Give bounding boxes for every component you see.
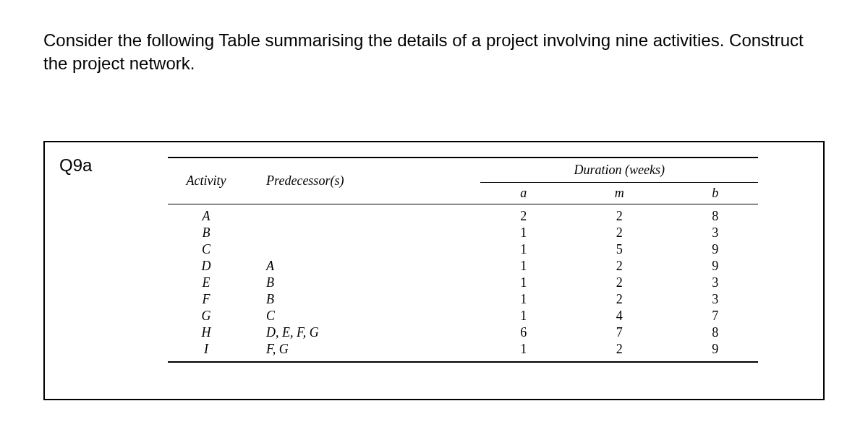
table-row: HD, E, F, G678 (168, 324, 758, 341)
table-row: GC147 (168, 308, 758, 324)
cell-a: 1 (480, 308, 566, 324)
cell-m: 2 (566, 225, 672, 241)
intro-text: Consider the following Table summarising… (43, 29, 825, 76)
table-row: DA129 (168, 258, 758, 275)
cell-b: 7 (672, 308, 758, 324)
cell-activity: H (168, 324, 244, 341)
cell-b: 9 (672, 341, 758, 362)
table-row: IF, G129 (168, 341, 758, 362)
cell-activity: E (168, 275, 244, 291)
cell-b: 8 (672, 204, 758, 225)
col-a: a (480, 182, 566, 204)
cell-a: 2 (480, 204, 566, 225)
table-row: B123 (168, 225, 758, 241)
cell-m: 5 (566, 241, 672, 258)
cell-m: 2 (566, 341, 672, 362)
cell-b: 3 (672, 275, 758, 291)
cell-b: 8 (672, 324, 758, 341)
cell-b: 9 (672, 241, 758, 258)
cell-activity: B (168, 225, 244, 241)
cell-predecessor (244, 225, 480, 241)
cell-activity: D (168, 258, 244, 275)
cell-a: 1 (480, 291, 566, 308)
cell-m: 2 (566, 258, 672, 275)
question-label: Q9a (59, 155, 92, 176)
cell-predecessor (244, 204, 480, 225)
activity-table: Activity Predecessor(s) Duration (weeks)… (168, 157, 758, 363)
cell-m: 4 (566, 308, 672, 324)
cell-predecessor: D, E, F, G (244, 324, 480, 341)
question-box: Q9a Activity Predecessor(s) Duration (we… (43, 141, 825, 400)
cell-a: 1 (480, 225, 566, 241)
cell-a: 1 (480, 258, 566, 275)
col-b: b (672, 182, 758, 204)
cell-a: 6 (480, 324, 566, 341)
cell-b: 9 (672, 258, 758, 275)
col-predecessor: Predecessor(s) (244, 158, 480, 204)
cell-predecessor: B (244, 275, 480, 291)
col-activity: Activity (168, 158, 244, 204)
cell-activity: C (168, 241, 244, 258)
cell-m: 2 (566, 291, 672, 308)
cell-m: 7 (566, 324, 672, 341)
cell-activity: I (168, 341, 244, 362)
cell-a: 1 (480, 241, 566, 258)
table-row: FB123 (168, 291, 758, 308)
cell-predecessor: F, G (244, 341, 480, 362)
cell-m: 2 (566, 275, 672, 291)
cell-activity: A (168, 204, 244, 225)
cell-b: 3 (672, 225, 758, 241)
cell-b: 3 (672, 291, 758, 308)
col-m: m (566, 182, 672, 204)
col-duration: Duration (weeks) (480, 158, 758, 183)
cell-predecessor: C (244, 308, 480, 324)
cell-a: 1 (480, 341, 566, 362)
table-row: A228 (168, 204, 758, 225)
cell-predecessor (244, 241, 480, 258)
table-wrap: Activity Predecessor(s) Duration (weeks)… (168, 157, 758, 363)
cell-a: 1 (480, 275, 566, 291)
cell-m: 2 (566, 204, 672, 225)
cell-activity: G (168, 308, 244, 324)
cell-predecessor: A (244, 258, 480, 275)
cell-predecessor: B (244, 291, 480, 308)
table-row: EB123 (168, 275, 758, 291)
table-row: C159 (168, 241, 758, 258)
cell-activity: F (168, 291, 244, 308)
